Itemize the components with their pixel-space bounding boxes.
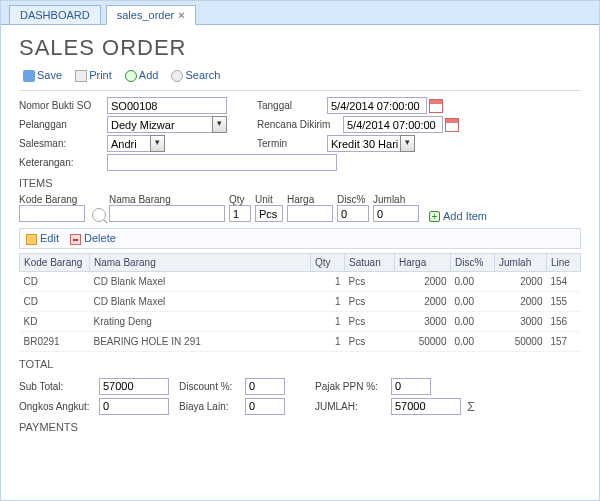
magnify-icon[interactable] — [92, 208, 106, 222]
table-row[interactable]: CDCD Blank Maxel1Pcs20000.002000154 — [20, 271, 581, 291]
search-icon — [171, 70, 183, 82]
filter-nama-input[interactable] — [109, 205, 225, 222]
keterangan-input[interactable] — [107, 154, 337, 171]
biaya-input[interactable] — [245, 398, 285, 415]
filter-disc-input[interactable] — [337, 205, 369, 222]
grid-toolbar: Edit Delete — [19, 228, 581, 249]
chevron-down-icon[interactable]: ▾ — [150, 135, 165, 152]
table-row[interactable]: BR0291BEARING HOLE IN 2911Pcs500000.0050… — [20, 331, 581, 351]
label-keterangan: Keterangan: — [19, 157, 107, 168]
table-row[interactable]: CDCD Blank Maxel1Pcs20000.002000155 — [20, 291, 581, 311]
table-row[interactable]: KDKrating Deng1Pcs30000.003000156 — [20, 311, 581, 331]
tanggal-input[interactable] — [327, 97, 427, 114]
sigma-icon[interactable]: Σ — [467, 399, 475, 414]
print-button[interactable]: Print — [71, 67, 116, 84]
add-item-button[interactable]: +Add Item — [429, 210, 487, 222]
label-rencana: Rencana Dikirim — [257, 119, 343, 130]
label-nomor: Nomor Bukti SO — [19, 100, 107, 111]
tab-sales-order[interactable]: sales_order× — [106, 5, 196, 25]
print-icon — [75, 70, 87, 82]
delete-icon — [70, 234, 81, 245]
tabs-bar: DASHBOARD sales_order× — [1, 1, 599, 25]
nomor-input[interactable] — [107, 97, 227, 114]
rencana-input[interactable] — [343, 116, 443, 133]
section-items: ITEMS — [19, 177, 581, 189]
label-pelanggan: Pelanggan — [19, 119, 107, 130]
close-icon[interactable]: × — [178, 9, 184, 21]
filter-unit-input[interactable] — [255, 205, 283, 222]
plus-icon: + — [429, 211, 440, 222]
section-payments: PAYMENTS — [19, 421, 581, 433]
search-button[interactable]: Search — [167, 67, 224, 84]
filter-kode-input[interactable] — [19, 205, 85, 222]
calendar-icon[interactable] — [429, 99, 443, 113]
termin-select[interactable]: ▾ — [327, 135, 415, 152]
jumlah-input[interactable] — [391, 398, 461, 415]
save-button[interactable]: Save — [19, 67, 66, 84]
tab-dashboard[interactable]: DASHBOARD — [9, 5, 101, 25]
ppn-input[interactable] — [391, 378, 431, 395]
chevron-down-icon[interactable]: ▾ — [400, 135, 415, 152]
salesman-select[interactable]: ▾ — [107, 135, 165, 152]
tab-label: DASHBOARD — [20, 9, 90, 21]
filter-jumlah-input[interactable] — [373, 205, 419, 222]
label-tanggal: Tanggal — [257, 100, 327, 111]
section-total: TOTAL — [19, 358, 581, 370]
toolbar: Save Print Add Search — [19, 65, 581, 86]
label-salesman: Salesman: — [19, 138, 107, 149]
calendar-icon[interactable] — [445, 118, 459, 132]
ongkos-input[interactable] — [99, 398, 169, 415]
edit-icon — [26, 234, 37, 245]
filter-harga-input[interactable] — [287, 205, 333, 222]
filter-qty-input[interactable] — [229, 205, 251, 222]
edit-button[interactable]: Edit — [26, 232, 59, 245]
tab-label: sales_order — [117, 9, 174, 21]
add-icon — [125, 70, 137, 82]
chevron-down-icon[interactable]: ▾ — [212, 116, 227, 133]
save-icon — [23, 70, 35, 82]
discount-input[interactable] — [245, 378, 285, 395]
add-button[interactable]: Add — [121, 67, 163, 84]
pelanggan-select[interactable]: ▾ — [107, 116, 227, 133]
items-table: Kode Barang Nama Barang Qty Satuan Harga… — [19, 253, 581, 352]
subtotal-input[interactable] — [99, 378, 169, 395]
label-termin: Termin — [257, 138, 327, 149]
page-title: SALES ORDER — [19, 35, 581, 61]
delete-button[interactable]: Delete — [70, 232, 116, 245]
